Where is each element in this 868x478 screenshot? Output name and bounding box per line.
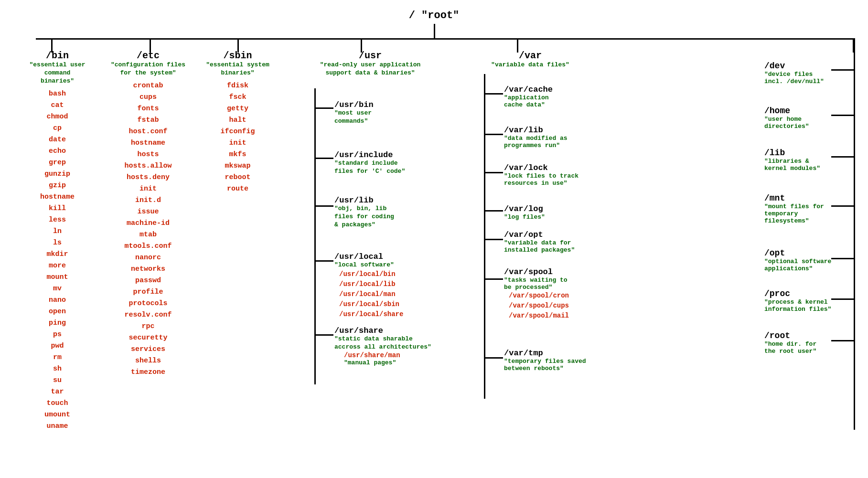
usr-desc: "read-only user applicationsupport data … bbox=[296, 61, 444, 77]
usr-bin-name: /usr/bin bbox=[334, 100, 374, 109]
bin-name: /bin bbox=[19, 50, 96, 61]
usr-include-section: /usr/include "standard includefiles for … bbox=[334, 150, 405, 176]
sbin-desc: "essential systembinaries" bbox=[198, 61, 277, 77]
var-spool-desc: "tasks waiting tobe processed" bbox=[504, 276, 569, 291]
home-name: /home bbox=[764, 106, 809, 116]
var-opt-name: /var/opt bbox=[504, 230, 575, 239]
var-opt-section: /var/opt "variable data forinstalled pac… bbox=[504, 230, 575, 254]
usr-local-hline bbox=[314, 260, 333, 262]
var-lib-name: /var/lib bbox=[504, 126, 568, 135]
var-tmp-section: /var/tmp "temporary files savedbetween r… bbox=[504, 349, 586, 372]
var-tmp-name: /var/tmp bbox=[504, 349, 586, 358]
root-label: / "root" bbox=[409, 10, 460, 21]
rootdir-desc: "home dir. forthe root user" bbox=[764, 340, 816, 355]
usr-lib-name: /usr/lib bbox=[334, 196, 394, 205]
lib-name: /lib bbox=[764, 148, 820, 158]
usr-share-section: /usr/share "static data sharableaccross … bbox=[334, 326, 431, 366]
opt-name: /opt bbox=[764, 248, 831, 258]
home-section: /home "user homedirectories" bbox=[764, 106, 809, 130]
var-spool-name: /var/spool bbox=[504, 267, 569, 276]
etc-desc: "configuration filesfor the system" bbox=[103, 61, 193, 77]
bin-items: bashcatchmodcpdateechogrepgunzipgziphost… bbox=[19, 88, 96, 432]
lib-hline bbox=[831, 156, 855, 158]
usr-local-section: /usr/local "local software" /usr/local/b… bbox=[334, 252, 403, 319]
proc-section: /proc "process & kernelinformation files… bbox=[764, 289, 831, 313]
etc-items: crontabcupsfontsfstabhost.confhostnameho… bbox=[103, 80, 193, 378]
usr-share-man-desc: "manual pages" bbox=[344, 359, 431, 366]
dev-name: /dev bbox=[764, 61, 824, 71]
usr-tree-vline bbox=[314, 88, 316, 384]
dev-section: /dev "device filesincl. /dev/null" bbox=[764, 61, 824, 85]
lib-section: /lib "libraries &kernel modules" bbox=[764, 148, 820, 172]
var-log-section: /var/log "log files" bbox=[504, 204, 545, 221]
usr-local-desc: "local software" bbox=[334, 261, 403, 269]
sbin-items: fdiskfsckgettyhaltifconfiginitmkfsmkswap… bbox=[198, 80, 277, 195]
var-cache-section: /var/cache "applicationcache data" bbox=[504, 85, 553, 108]
var-lock-desc: "lock files to trackresources in use" bbox=[504, 172, 579, 187]
var-lib-desc: "data modified asprogrammes run" bbox=[504, 135, 568, 149]
proc-desc: "process & kernelinformation files" bbox=[764, 298, 831, 313]
var-cache-hline bbox=[484, 93, 503, 95]
etc-section: /etc "configuration filesfor the system"… bbox=[103, 50, 193, 378]
dev-desc: "device filesincl. /dev/null" bbox=[764, 71, 824, 85]
var-opt-desc: "variable data forinstalled packages" bbox=[504, 239, 575, 254]
dev-hline bbox=[831, 69, 855, 71]
var-tmp-hline bbox=[484, 357, 503, 359]
home-hline bbox=[831, 115, 855, 116]
var-log-hline bbox=[484, 210, 503, 212]
proc-hline bbox=[831, 298, 855, 300]
usr-lib-hline bbox=[314, 205, 333, 207]
usr-local-items: /usr/local/bin/usr/local/lib/usr/local/m… bbox=[339, 269, 403, 319]
var-cache-desc: "applicationcache data" bbox=[504, 94, 553, 108]
opt-desc: "optional softwareapplications" bbox=[764, 258, 831, 272]
var-lib-section: /var/lib "data modified asprogrammes run… bbox=[504, 126, 568, 149]
usr-bin-hline bbox=[314, 107, 333, 109]
mnt-hline bbox=[831, 205, 855, 207]
usr-share-desc: "static data sharableaccross all archite… bbox=[334, 335, 431, 351]
opt-section: /opt "optional softwareapplications" bbox=[764, 248, 831, 272]
root-vline bbox=[434, 24, 435, 38]
proc-name: /proc bbox=[764, 289, 831, 298]
usr-share-name: /usr/share bbox=[334, 326, 431, 335]
usr-header: /usr "read-only user applicationsupport … bbox=[296, 50, 444, 77]
var-cache-name: /var/cache bbox=[504, 85, 553, 94]
lib-desc: "libraries &kernel modules" bbox=[764, 158, 820, 172]
usr-include-hline bbox=[314, 158, 333, 159]
usr-name: /usr bbox=[296, 50, 444, 61]
usr-bin-section: /usr/bin "most usercommands" bbox=[334, 100, 374, 126]
right-tree-vline bbox=[854, 38, 855, 430]
var-spool-hline bbox=[484, 278, 503, 280]
var-name: /var bbox=[478, 50, 583, 61]
usr-share-man: /usr/share/man bbox=[344, 351, 431, 359]
var-log-name: /var/log bbox=[504, 204, 545, 213]
var-spool-items: /var/spool/cron/var/spool/cups/var/spool… bbox=[509, 291, 569, 321]
rootdir-section: /root "home dir. forthe root user" bbox=[764, 331, 816, 355]
var-spool-section: /var/spool "tasks waiting tobe processed… bbox=[504, 267, 569, 321]
var-lock-section: /var/lock "lock files to trackresources … bbox=[504, 163, 579, 187]
usr-lib-section: /usr/lib "obj, bin, libfiles for coding&… bbox=[334, 196, 394, 229]
opt-hline bbox=[831, 258, 855, 259]
sbin-name: /sbin bbox=[198, 50, 277, 61]
rootdir-hline bbox=[831, 340, 855, 341]
var-lock-name: /var/lock bbox=[504, 163, 579, 172]
var-header: /var "variable data files" bbox=[478, 50, 583, 68]
mnt-desc: "mount files fortemporaryfilesystems" bbox=[764, 203, 824, 224]
usr-share-hline bbox=[314, 334, 333, 336]
usr-lib-desc: "obj, bin, libfiles for coding& packages… bbox=[334, 205, 394, 229]
home-desc: "user homedirectories" bbox=[764, 116, 809, 130]
etc-name: /etc bbox=[103, 50, 193, 61]
usr-local-name: /usr/local bbox=[334, 252, 403, 261]
var-lib-hline bbox=[484, 134, 503, 135]
var-log-desc: "log files" bbox=[504, 213, 545, 221]
var-tree-vline bbox=[484, 74, 485, 399]
usr-bin-desc: "most usercommands" bbox=[334, 109, 374, 126]
mnt-section: /mnt "mount files fortemporaryfilesystem… bbox=[764, 193, 824, 224]
var-opt-hline bbox=[484, 239, 503, 240]
var-lock-hline bbox=[484, 172, 503, 173]
rootdir-name: /root bbox=[764, 331, 816, 340]
var-tmp-desc: "temporary files savedbetween reboots" bbox=[504, 358, 586, 372]
bin-section: /bin "essential usercommandbinaries" bas… bbox=[19, 50, 96, 432]
usr-include-desc: "standard includefiles for 'C' code" bbox=[334, 159, 405, 176]
bin-desc: "essential usercommandbinaries" bbox=[19, 61, 96, 85]
main-hline bbox=[36, 38, 853, 40]
